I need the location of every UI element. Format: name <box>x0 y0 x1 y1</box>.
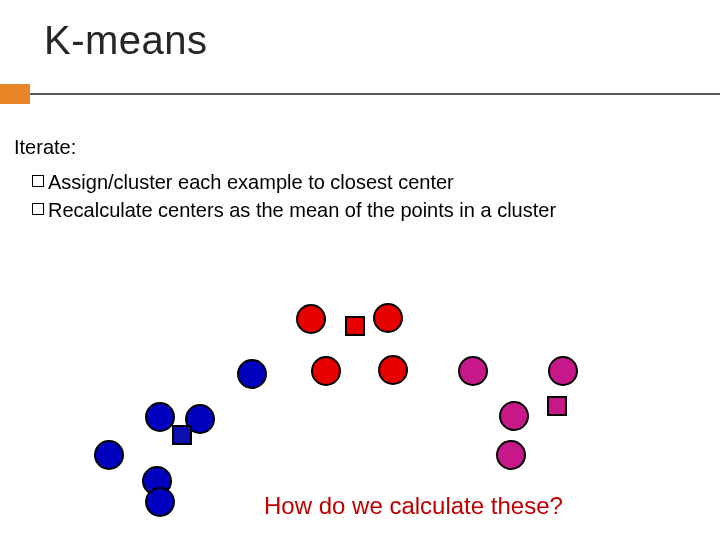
slide-body: Iterate: Assign/cluster each example to … <box>14 136 706 225</box>
bullet-item: Assign/cluster each example to closest c… <box>32 169 706 195</box>
slide-title: K-means <box>44 18 208 63</box>
centroid-blue <box>172 425 192 445</box>
bullet-box-icon <box>32 203 44 215</box>
centroid-magenta <box>547 396 567 416</box>
question-text: How do we calculate these? <box>264 492 563 520</box>
bullet-box-icon <box>32 175 44 187</box>
point-red <box>296 304 326 334</box>
point-magenta <box>499 401 529 431</box>
point-red <box>373 303 403 333</box>
point-magenta <box>548 356 578 386</box>
accent-bar <box>0 84 30 104</box>
centroid-red <box>345 316 365 336</box>
point-red <box>311 356 341 386</box>
bullet-list: Assign/cluster each example to closest c… <box>32 169 706 223</box>
point-magenta <box>458 356 488 386</box>
point-blue <box>185 404 215 434</box>
bullet-item: Recalculate centers as the mean of the p… <box>32 197 706 223</box>
iterate-label: Iterate: <box>14 136 706 159</box>
bullet-text: Assign/cluster each example to closest c… <box>48 169 454 195</box>
bullet-text: Recalculate centers as the mean of the p… <box>48 197 556 223</box>
point-red <box>378 355 408 385</box>
point-blue <box>145 402 175 432</box>
point-blue <box>94 440 124 470</box>
point-magenta <box>496 440 526 470</box>
point-blue <box>142 466 172 496</box>
slide: K-means Iterate: Assign/cluster each exa… <box>0 0 720 540</box>
title-divider <box>30 93 720 95</box>
cluster-plot <box>0 0 720 540</box>
point-blue <box>237 359 267 389</box>
point-blue <box>145 487 175 517</box>
